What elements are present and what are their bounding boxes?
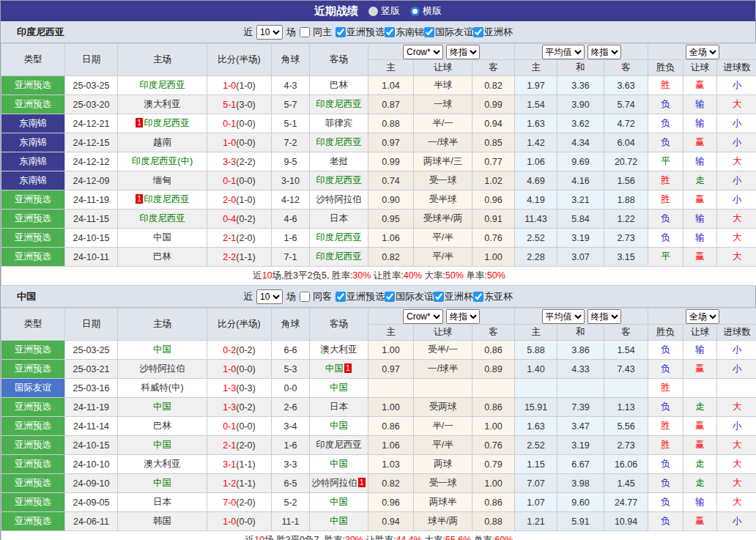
team-link[interactable]: 中国 <box>153 402 171 412</box>
average-select[interactable]: 平均值 <box>542 309 585 324</box>
team-link[interactable]: 中国 <box>330 516 348 526</box>
team-link[interactable]: 沙特阿拉伯 <box>139 363 185 374</box>
fulltime-header-cell: 全场 <box>648 44 756 60</box>
team-link[interactable]: 越南 <box>153 137 171 147</box>
match-row: 亚洲预选24-10-15中国2-1(2-0)1-6印度尼西亚1.06平/半0.7… <box>1 436 756 455</box>
team-link[interactable]: 澳大利亚 <box>144 459 181 469</box>
halftime-score: (0-0) <box>236 138 255 148</box>
team-link[interactable]: 菲律宾 <box>325 118 353 128</box>
team-link[interactable]: 日本 <box>330 213 348 223</box>
team-link[interactable]: 沙特阿拉伯 <box>316 194 362 204</box>
team-link[interactable]: 中国 <box>153 232 171 243</box>
team-link[interactable]: 韩国 <box>153 516 171 526</box>
avg-draw-odds: 3.19 <box>557 436 604 455</box>
rounds-select[interactable]: 10 <box>256 25 283 40</box>
crow-away-odds <box>472 379 515 398</box>
team-link[interactable]: 中国 <box>153 440 171 450</box>
radio-unselected-icon[interactable] <box>410 7 420 16</box>
team-link[interactable]: 印度尼西亚 <box>316 137 362 147</box>
fulltime-score: 1-2 <box>223 478 236 489</box>
team-link[interactable]: 中国 <box>330 497 348 507</box>
team-link[interactable]: 日本 <box>330 402 348 412</box>
indonesia-results-table: 类型 日期 主场 比分(半场) 角球 客场 Crow*终指 平均值终指 全场 主… <box>1 43 756 286</box>
result-outcome: 负 <box>648 398 683 417</box>
final-odds-select[interactable]: 终指 <box>446 45 480 59</box>
crow-home-odds: 0.88 <box>368 114 414 133</box>
same-home-checkbox[interactable] <box>300 27 310 37</box>
league-checkbox-1[interactable] <box>385 27 395 37</box>
league-checkbox-1[interactable] <box>385 292 395 302</box>
league-filter-2[interactable]: 国际友谊 <box>424 26 473 39</box>
league-checkbox-0[interactable] <box>336 292 346 302</box>
team-link[interactable]: 中国 <box>330 421 348 431</box>
team-link[interactable]: 沙特阿拉伯 <box>311 478 357 488</box>
match-date: 24-12-12 <box>65 152 118 171</box>
league-filter-1[interactable]: 国际友谊 <box>385 290 434 303</box>
final-odds-select-2[interactable]: 终指 <box>588 309 621 324</box>
crow-header-cell: Crow*终指 <box>368 308 515 325</box>
team-link[interactable]: 印度尼西亚 <box>316 440 362 450</box>
final-odds-select-2[interactable]: 终指 <box>588 45 621 59</box>
team-link[interactable]: 印度尼西亚 <box>144 194 190 204</box>
league-filter-3[interactable]: 东亚杯 <box>473 290 513 303</box>
indonesia-filter-row: 印度尼西亚 近 10 场 同主 亚洲预选东南锦国际友谊亚洲杯 <box>1 21 755 43</box>
team-link[interactable]: 老挝 <box>330 156 348 166</box>
bookmaker-select[interactable]: Crow* <box>403 309 443 324</box>
team-link[interactable]: 日本 <box>153 497 171 507</box>
radio-selected-icon[interactable] <box>368 7 378 16</box>
team-link[interactable]: 印度尼西亚 <box>139 213 185 223</box>
result-outcome: 胜 <box>648 191 683 210</box>
type-badge-cell: 东南锦 <box>1 171 65 191</box>
team-link[interactable]: 印度尼西亚 <box>139 80 185 90</box>
team-link[interactable]: 中国 <box>330 382 348 393</box>
team-link[interactable]: 印度尼西亚 <box>316 232 362 243</box>
team-link[interactable]: 巴林 <box>153 421 171 431</box>
team-link[interactable]: 印度尼西亚 <box>144 118 190 128</box>
bookmaker-select[interactable]: Crow* <box>403 45 443 59</box>
team-link[interactable]: 科威特(中) <box>141 382 183 393</box>
same-home-filter[interactable]: 同主 <box>300 26 332 39</box>
match-row: 东南锦24-12-09缅甸0-1(0-0)3-10印度尼西亚0.74受一球1.0… <box>1 171 756 191</box>
team-link[interactable]: 巴林 <box>330 80 348 90</box>
team-link[interactable]: 中国 <box>153 344 171 355</box>
same-away-checkbox[interactable] <box>300 292 310 302</box>
league-checkbox-2[interactable] <box>424 27 434 37</box>
fulltime-select[interactable]: 全场 <box>686 45 719 59</box>
team-link[interactable]: 澳大利亚 <box>144 99 181 109</box>
vertical-layout-radio[interactable]: 竖版 <box>368 4 400 18</box>
team-link[interactable]: 印度尼西亚 <box>316 251 362 262</box>
team-link[interactable]: 缅甸 <box>153 175 171 185</box>
match-date: 24-09-05 <box>65 493 118 512</box>
average-select[interactable]: 平均值 <box>542 45 585 59</box>
league-filter-1[interactable]: 东南锦 <box>385 26 424 39</box>
league-checkbox-0[interactable] <box>336 27 346 37</box>
final-odds-select[interactable]: 终指 <box>446 309 480 324</box>
halftime-score: (0-0) <box>236 517 255 527</box>
league-filter-3[interactable]: 亚洲杯 <box>473 26 513 39</box>
league-filter-0[interactable]: 亚洲预选 <box>336 26 385 39</box>
league-filter-2[interactable]: 亚洲杯 <box>434 290 473 303</box>
same-away-filter[interactable]: 同客 <box>300 290 332 303</box>
league-checkbox-2[interactable] <box>434 292 444 302</box>
halftime-score: (0-3) <box>236 383 255 393</box>
avg-away-odds: 7.43 <box>604 360 648 379</box>
team-link[interactable]: 印度尼西亚 <box>316 175 362 185</box>
team-link[interactable]: 印度尼西亚(中) <box>132 156 193 166</box>
team-link[interactable]: 中国 <box>325 363 344 374</box>
team-link[interactable]: 印度尼西亚 <box>316 99 362 109</box>
team-link[interactable]: 巴林 <box>153 251 171 262</box>
team-link[interactable]: 中国 <box>153 478 171 488</box>
avg-home-odds: 1.06 <box>515 152 557 171</box>
league-checkbox-3[interactable] <box>473 292 483 302</box>
fulltime-select[interactable]: 全场 <box>686 309 719 324</box>
result-goals: 小 <box>717 512 756 531</box>
crow-away-odds: 1.00 <box>472 417 515 436</box>
team-link[interactable]: 中国 <box>330 459 348 469</box>
avg-draw-odds: 3.62 <box>557 114 604 133</box>
horizontal-layout-radio[interactable]: 横版 <box>410 4 442 18</box>
rounds-select[interactable]: 10 <box>256 289 283 304</box>
team-link[interactable]: 澳大利亚 <box>321 344 357 355</box>
league-checkbox-3[interactable] <box>473 27 483 37</box>
avg-away-odds: 1.54 <box>604 341 648 360</box>
league-filter-0[interactable]: 亚洲预选 <box>336 290 385 303</box>
